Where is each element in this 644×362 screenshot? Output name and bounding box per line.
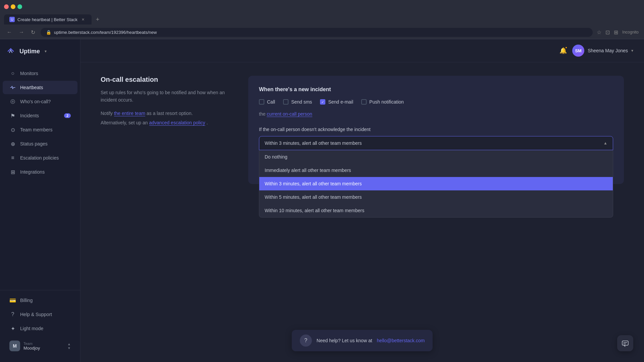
help-support-label: Help & Support xyxy=(20,312,52,317)
help-support-icon: ? xyxy=(9,311,16,318)
send-sms-label: Send sms xyxy=(291,99,312,105)
browser-chrome: U Create heartbeat | Better Stack ✕ + ← … xyxy=(0,0,644,39)
bookmark-icon[interactable]: ☆ xyxy=(597,29,601,36)
integrations-icon: ⊞ xyxy=(9,169,16,175)
notification-dot xyxy=(565,46,568,49)
call-label: Call xyxy=(267,99,275,105)
checkbox-send-sms: Send sms xyxy=(283,99,312,105)
heartbeats-label: Heartbeats xyxy=(20,85,43,90)
advanced-policy-link[interactable]: advanced escalation policy xyxy=(149,120,205,126)
team-members-label: Team members xyxy=(20,127,52,132)
sidebar-logo[interactable]: Uptime ▾ xyxy=(0,39,80,63)
sidebar-item-escalation-policies[interactable]: ≡ Escalation policies xyxy=(3,151,77,165)
user-name: Sheena May Jones xyxy=(588,48,628,53)
incognito-label: Incognito xyxy=(622,30,639,35)
sidebar-item-heartbeats[interactable]: Heartbeats xyxy=(3,81,77,94)
sidebar-item-monitors[interactable]: ○ Monitors xyxy=(3,67,77,80)
on-call-link-row: the current on-call person xyxy=(259,111,613,117)
sidebar-item-incidents[interactable]: ⚑ Incidents 2 xyxy=(3,109,77,122)
dropdown-option-immediately[interactable]: Immediately alert all other team members xyxy=(259,164,613,177)
monitors-label: Monitors xyxy=(20,71,38,76)
sidebar-item-billing[interactable]: 💳 Billing xyxy=(3,294,77,307)
push-notification-checkbox[interactable] xyxy=(361,99,367,105)
dropdown-option-do-nothing[interactable]: Do nothing xyxy=(259,150,613,164)
push-notification-label: Push notification xyxy=(369,99,404,105)
forward-btn[interactable]: → xyxy=(17,28,25,37)
logo-text: Uptime xyxy=(19,48,40,55)
app-layout: Uptime ▾ ○ Monitors Heartbeats xyxy=(0,39,644,362)
header-right: 🔔 SM Sheena May Jones ▾ xyxy=(559,45,633,57)
help-email-link[interactable]: hello@betterstack.com xyxy=(377,338,425,343)
sidebar: Uptime ▾ ○ Monitors Heartbeats xyxy=(0,39,80,362)
section-title: On-call escalation xyxy=(101,76,228,83)
entire-team-link[interactable]: the entire team xyxy=(114,111,145,116)
tab-bar: U Create heartbeat | Better Stack ✕ + xyxy=(0,13,644,25)
dropdown-selected-value: Within 3 minutes, alert all other team m… xyxy=(265,140,362,146)
browser-tab[interactable]: U Create heartbeat | Better Stack ✕ xyxy=(4,14,92,24)
status-pages-label: Status pages xyxy=(20,141,48,146)
notify-prefix: Notify xyxy=(101,111,113,116)
browser-actions: ☆ ⊡ ⊞ Incognito xyxy=(597,29,639,36)
dropdown-option-5-minutes[interactable]: Within 5 minutes, alert all other team m… xyxy=(259,190,613,204)
browser-titlebar xyxy=(0,0,644,13)
back-btn[interactable]: ← xyxy=(5,28,13,37)
logo-chevron-icon: ▾ xyxy=(45,49,47,54)
app-header: 🔔 SM Sheena May Jones ▾ xyxy=(80,39,644,62)
svg-point-0 xyxy=(11,100,15,104)
help-text: Need help? Let us know at xyxy=(317,338,372,343)
address-bar[interactable]: 🔒 uptime.betterstack.com/team/192396/hea… xyxy=(41,28,593,37)
sidebar-item-light-mode[interactable]: ✦ Light mode xyxy=(3,322,77,335)
status-pages-icon: ⊕ xyxy=(9,140,16,147)
avatar: SM xyxy=(572,45,584,57)
call-checkbox[interactable] xyxy=(259,99,264,105)
logo-icon xyxy=(5,46,16,57)
billing-icon: 💳 xyxy=(9,297,16,304)
billing-label: Billing xyxy=(20,298,33,303)
notification-btn[interactable]: 🔔 xyxy=(559,47,567,54)
current-on-call-link[interactable]: current on-call person xyxy=(267,111,312,117)
window-maximize-btn[interactable] xyxy=(17,4,22,9)
escalation-dropdown-title: If the on-call person doesn't acknowledg… xyxy=(259,127,613,132)
send-email-checkbox[interactable]: ✓ xyxy=(320,99,325,105)
main-content: 🔔 SM Sheena May Jones ▾ On-call escalati… xyxy=(80,39,644,362)
incidents-icon: ⚑ xyxy=(9,112,16,119)
sidebar-item-help-support[interactable]: ? Help & Support xyxy=(3,308,77,321)
alternatively-text: Alternatively, set up an advanced escala… xyxy=(101,120,228,125)
escalation-policies-label: Escalation policies xyxy=(20,155,59,161)
dropdown-option-10-minutes[interactable]: Within 10 minutes, alert all other team … xyxy=(259,204,613,217)
profile-icon[interactable]: ⊡ xyxy=(605,29,610,36)
extensions-icon[interactable]: ⊞ xyxy=(614,29,618,36)
dropdown-option-3-minutes[interactable]: Within 3 minutes, alert all other team m… xyxy=(259,177,613,190)
svg-point-1 xyxy=(12,101,13,102)
chat-widget-btn[interactable] xyxy=(617,335,633,351)
window-close-btn[interactable] xyxy=(4,4,9,9)
send-sms-checkbox[interactable] xyxy=(283,99,288,105)
left-panel: On-call escalation Set up rules for who'… xyxy=(101,76,228,184)
sidebar-item-status-pages[interactable]: ⊕ Status pages xyxy=(3,137,77,150)
sidebar-item-team-members[interactable]: ⊙ Team members xyxy=(3,123,77,136)
new-tab-btn[interactable]: + xyxy=(93,15,102,24)
reload-btn[interactable]: ↻ xyxy=(30,28,37,37)
tab-title: Create heartbeat | Better Stack xyxy=(17,17,77,22)
notify-text: Notify the entire team as a last resort … xyxy=(101,111,228,116)
tab-close-btn[interactable]: ✕ xyxy=(80,16,86,22)
sidebar-item-integrations[interactable]: ⊞ Integrations xyxy=(3,165,77,179)
user-profile[interactable]: SM Sheena May Jones ▾ xyxy=(572,45,633,57)
escalation-policies-icon: ≡ xyxy=(9,155,16,161)
svg-rect-2 xyxy=(622,341,628,345)
escalation-dropdown-trigger[interactable]: Within 3 minutes, alert all other team m… xyxy=(259,136,613,150)
checkbox-push-notification: Push notification xyxy=(361,99,404,105)
team-expand-icon: ▲ ▼ xyxy=(67,342,71,350)
sidebar-bottom: 💳 Billing ? Help & Support ✦ Light mode … xyxy=(0,290,80,362)
sidebar-item-whos-on-call[interactable]: Who's on-call? xyxy=(3,95,77,108)
escalation-section: If the on-call person doesn't acknowledg… xyxy=(259,127,613,150)
help-circle-icon: ? xyxy=(300,335,312,347)
window-minimize-btn[interactable] xyxy=(11,4,15,9)
whos-on-call-icon xyxy=(9,98,16,105)
sidebar-team-section[interactable]: M Team Moodjoy ▲ ▼ xyxy=(3,337,77,355)
whos-on-call-label: Who's on-call? xyxy=(20,99,51,104)
dropdown-chevron-icon: ▲ xyxy=(603,141,607,145)
sidebar-nav: ○ Monitors Heartbeats xyxy=(0,63,80,290)
notify-suffix: as a last resort option. xyxy=(147,111,193,116)
checkboxes-row: Call Send sms ✓ Send e-mail xyxy=(259,99,613,105)
